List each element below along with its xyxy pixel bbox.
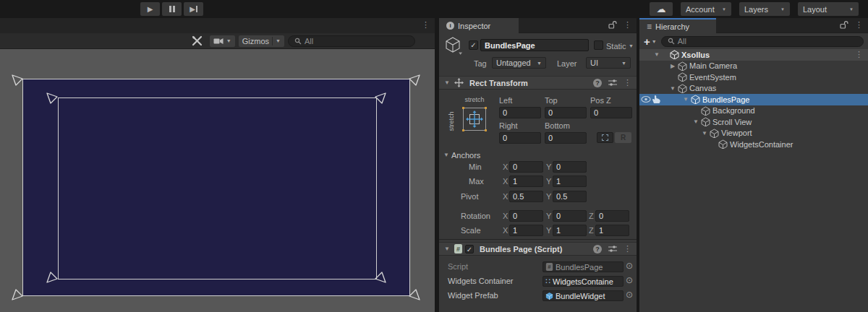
prefab-cube-icon <box>545 292 553 300</box>
active-checkbox[interactable]: ✓ <box>469 40 478 50</box>
rotation-z-field[interactable]: 0 <box>595 210 629 222</box>
top-field[interactable]: 0 <box>545 107 587 118</box>
tag-label: Tag <box>474 59 487 68</box>
rotation-x-field[interactable]: 0 <box>509 210 543 222</box>
help-icon[interactable]: ? <box>593 245 602 254</box>
tree-item-scroll-view[interactable]: ▼ Scroll View <box>639 116 868 128</box>
foldout-open-icon[interactable]: ▼ <box>668 85 677 92</box>
tree-item-bundlespage[interactable]: ▼ BundlesPage <box>639 94 868 105</box>
static-checkbox[interactable] <box>594 40 603 50</box>
layer-dropdown[interactable]: UI ▼ <box>586 57 631 69</box>
tab-hierarchy[interactable]: ≡ Hierarchy <box>639 18 716 33</box>
layers-dropdown[interactable]: Layers ▼ <box>739 2 790 16</box>
pivot-y-field[interactable]: 0.5 <box>553 191 587 202</box>
foldout-open-icon[interactable]: ▼ <box>652 51 661 58</box>
script-object-field[interactable]: # BundlesPage <box>542 261 624 272</box>
component-menu-icon[interactable]: ⋮ <box>624 245 631 253</box>
anchor-max-y-field[interactable]: 1 <box>553 176 587 187</box>
hierarchy-search-input[interactable]: All <box>661 36 864 47</box>
foldout-open-icon[interactable]: ▼ <box>700 130 709 136</box>
cloud-button[interactable]: ☁ <box>650 2 673 16</box>
bottom-field[interactable]: 0 <box>545 132 587 144</box>
widget-prefab-field[interactable]: BundleWidget <box>542 290 624 301</box>
scale-x-field[interactable]: 1 <box>509 225 543 236</box>
scale-z-field[interactable]: 1 <box>595 225 629 236</box>
lock-icon[interactable] <box>840 20 848 29</box>
presets-icon[interactable] <box>608 245 617 253</box>
scene-row-xsollus[interactable]: ▼ Xsollus ⋮ <box>639 49 868 61</box>
foldout-closed-icon[interactable]: ▶ <box>668 63 677 69</box>
help-icon[interactable]: ? <box>593 79 602 87</box>
field-label: Bottom <box>545 121 570 130</box>
static-dropdown-icon[interactable]: ▼ <box>629 43 634 48</box>
left-field[interactable]: 0 <box>499 107 541 118</box>
tree-item-background[interactable]: Background <box>639 105 868 117</box>
anchor-min-y-field[interactable]: 0 <box>553 161 587 173</box>
blueprint-mode-button[interactable] <box>597 132 613 143</box>
scene-menu-icon[interactable]: ⋮ <box>855 51 863 58</box>
foldout-open-icon[interactable]: ▼ <box>443 246 451 252</box>
account-dropdown[interactable]: Account ▼ <box>681 2 731 16</box>
component-menu-icon[interactable]: ⋮ <box>624 79 631 87</box>
layout-dropdown[interactable]: Layout ▼ <box>798 2 859 16</box>
tree-item-widgetscontainer[interactable]: WidgetsContainer <box>639 139 868 150</box>
gameobject-cube-icon[interactable] <box>445 37 462 56</box>
foldout-open-icon[interactable]: ▼ <box>442 152 451 158</box>
right-field[interactable]: 0 <box>499 132 541 144</box>
object-picker-icon[interactable]: ⊙ <box>626 261 633 271</box>
tree-item-canvas[interactable]: ▼ Canvas <box>639 83 868 95</box>
raw-edit-button[interactable]: R <box>615 132 631 143</box>
play-button[interactable]: ▶ <box>140 2 160 16</box>
anchor-preset-widget[interactable] <box>461 105 488 133</box>
add-object-button[interactable]: + ▼ <box>644 35 657 48</box>
scene-toolbar: ▼ Gizmos ▼ All <box>0 33 435 49</box>
blueprint-icon <box>602 134 608 141</box>
component-enabled-checkbox[interactable]: ✓ <box>465 245 474 254</box>
tree-item-viewport[interactable]: ▼ Viewport <box>639 128 868 139</box>
pickability-hand-icon[interactable] <box>652 95 661 104</box>
tree-item-eventsystem[interactable]: EventSystem <box>639 72 868 83</box>
pivot-x-field[interactable]: 0.5 <box>509 191 543 202</box>
tag-dropdown[interactable]: Untagged ▼ <box>492 57 546 69</box>
gameobject-icon <box>678 61 687 71</box>
widgets-container-field[interactable]: ∷ WidgetsContaine <box>542 276 624 287</box>
axis-y-label: Y <box>546 226 551 235</box>
visibility-eye-icon[interactable] <box>641 95 651 104</box>
panel-menu-icon[interactable]: ⋮ <box>624 21 631 29</box>
scene-search-input[interactable]: All <box>288 35 415 47</box>
tools-button[interactable] <box>188 35 206 47</box>
stretch-label-h: stretch <box>461 96 488 103</box>
tree-item-main-camera[interactable]: ▶ Main Camera <box>639 61 868 72</box>
step-button[interactable]: ▶ <box>184 2 203 16</box>
foldout-open-icon[interactable]: ▼ <box>692 118 700 125</box>
camera-dropdown[interactable]: ▼ <box>210 35 235 47</box>
chevron-down-icon: ▼ <box>537 61 542 66</box>
lock-icon[interactable] <box>608 20 617 29</box>
rect-transform-title: Rect Transform <box>469 79 590 87</box>
canvas-rect[interactable] <box>22 79 410 296</box>
scale-y-field[interactable]: 1 <box>553 225 587 236</box>
scrollview-rect[interactable] <box>58 98 377 280</box>
anchor-min-x-field[interactable]: 0 <box>509 161 543 173</box>
tab-inspector[interactable]: i Inspector <box>439 18 519 33</box>
script-row-label: Script <box>448 262 468 271</box>
foldout-open-icon[interactable]: ▼ <box>443 79 451 86</box>
widget-prefab-label: Widget Prefab <box>448 291 498 300</box>
object-picker-icon[interactable]: ⊙ <box>626 276 633 285</box>
scene-viewport[interactable] <box>0 49 435 312</box>
posz-field[interactable]: 0 <box>590 107 632 118</box>
panel-menu-icon[interactable]: ⋮ <box>855 21 863 29</box>
gizmos-dropdown[interactable]: Gizmos ▼ <box>239 35 284 47</box>
presets-icon[interactable] <box>608 79 617 87</box>
object-picker-icon[interactable]: ⊙ <box>626 290 633 300</box>
rect-transform-header[interactable]: ▼ Rect Transform ? ⋮ <box>439 76 637 90</box>
rotation-y-field[interactable]: 0 <box>553 210 587 222</box>
foldout-open-icon[interactable]: ▼ <box>681 96 690 103</box>
script-component-header[interactable]: ▼ # ✓ Bundles Page (Script) ? ⋮ <box>439 242 637 256</box>
pause-button[interactable] <box>162 2 182 16</box>
axis-y-label: Y <box>546 192 551 201</box>
anchor-max-x-field[interactable]: 1 <box>509 176 543 187</box>
gameobject-name-field[interactable]: BundlesPage <box>480 39 589 51</box>
panel-menu-icon[interactable]: ⋮ <box>422 21 430 29</box>
chevron-down-icon: ▼ <box>722 7 726 12</box>
